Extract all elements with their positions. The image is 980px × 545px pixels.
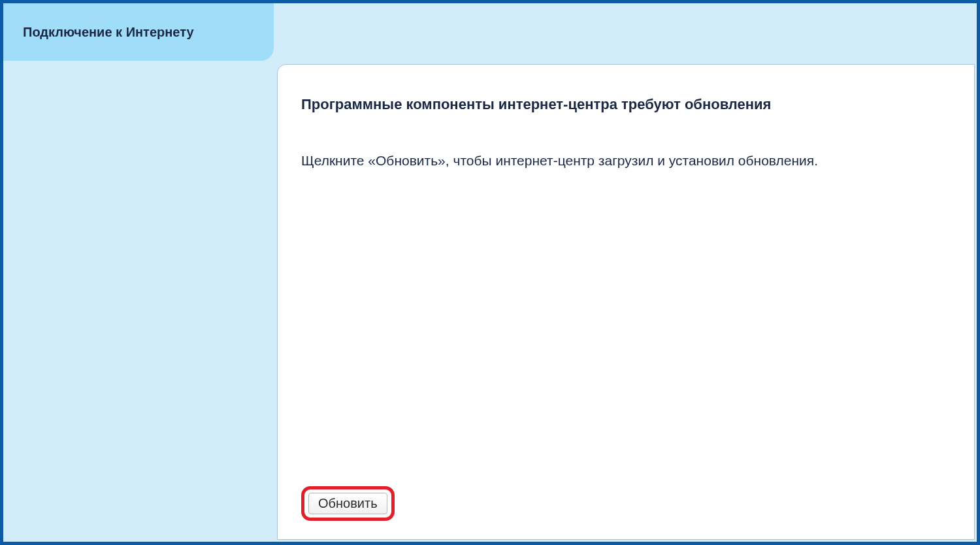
active-tab[interactable]: Подключение к Интернету [3, 3, 274, 61]
tab-title: Подключение к Интернету [23, 25, 194, 40]
content-heading: Программные компоненты интернет-центра т… [301, 96, 951, 113]
app-window: Подключение к Интернету Программные комп… [0, 0, 980, 545]
content-instruction: Щелкните «Обновить», чтобы интернет-цент… [301, 151, 951, 170]
update-button-highlight: Обновить [301, 486, 395, 521]
content-panel: Программные компоненты интернет-центра т… [277, 64, 975, 540]
update-button[interactable]: Обновить [308, 493, 387, 514]
spacer [301, 170, 951, 486]
sidebar [3, 61, 274, 542]
header-strip [274, 3, 977, 61]
